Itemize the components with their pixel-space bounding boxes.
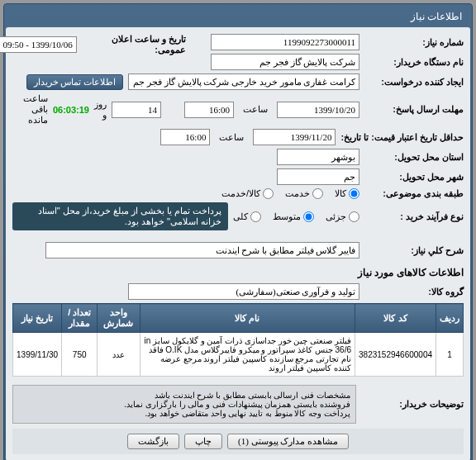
day-remain-input bbox=[112, 102, 161, 118]
cell-qty: 750 bbox=[62, 333, 98, 377]
attachments-button[interactable]: مشاهده مدارک پیوستی (1) bbox=[227, 434, 349, 449]
radio-goods-input[interactable] bbox=[349, 188, 359, 199]
radio-goods-service[interactable]: کالا/خدمت bbox=[221, 188, 274, 199]
print-button[interactable]: چاپ bbox=[184, 434, 222, 449]
th-row: ردیف bbox=[436, 304, 464, 333]
process-note: پرداخت تمام یا بخشی از مبلغ خرید،از محل … bbox=[12, 202, 228, 230]
label-process-type: نوع فرآیند خرید : bbox=[364, 211, 464, 222]
contact-button[interactable]: اطلاعات تماس خریدار bbox=[26, 74, 124, 90]
label-need-desc: شرح کلي نياز: bbox=[364, 245, 464, 256]
cell-code: 3823152946600004 bbox=[355, 333, 436, 377]
label-hour-1: ساعت bbox=[239, 104, 272, 115]
label-hour-2: ساعت bbox=[215, 132, 248, 143]
deadline-time-input[interactable] bbox=[184, 102, 234, 118]
label-buyer-remarks: توضیحات خریدار: bbox=[364, 399, 464, 410]
table-row[interactable]: 1 3823152946600004 فیلتر صنعتی چین خور ج… bbox=[13, 333, 464, 377]
item-group-input[interactable] bbox=[128, 283, 359, 300]
countdown-timer: 06:03:19 bbox=[53, 105, 89, 115]
need-number-input[interactable] bbox=[211, 34, 359, 50]
radio-low-input[interactable] bbox=[349, 211, 359, 222]
panel-title: اطلاعات نیاز bbox=[6, 6, 470, 27]
radio-low[interactable]: جزئی bbox=[326, 211, 359, 222]
items-section-title: اطلاعات کالاهای مورد نیاز bbox=[12, 267, 464, 278]
credit-time-input[interactable] bbox=[160, 129, 210, 145]
label-hour-remain: ساعت باقی مانده bbox=[12, 93, 48, 126]
label-classification: طبقه بندی موضوعی: bbox=[364, 188, 464, 199]
radio-high-input[interactable] bbox=[250, 211, 261, 222]
label-delivery-city: شهر محل تحویل: bbox=[364, 172, 464, 183]
th-code: کد کالا bbox=[355, 304, 436, 333]
exit-button[interactable]: بازگشت bbox=[127, 434, 179, 449]
buyer-org-input[interactable] bbox=[211, 54, 359, 70]
label-credit-deadline: حداقل تاریخ اعتبار قیمت: تا تاریخ: bbox=[340, 132, 464, 143]
delivery-city-input[interactable] bbox=[277, 168, 359, 185]
need-desc-input[interactable] bbox=[45, 242, 359, 258]
creator-input[interactable] bbox=[128, 74, 359, 90]
remarks-box: مشخصات فنی ارسالی بابستی مطابق با شرح ای… bbox=[12, 385, 356, 424]
radio-high[interactable]: کلی bbox=[233, 211, 261, 222]
th-date: تاریخ نیاز bbox=[13, 304, 62, 333]
radio-mid[interactable]: متوسط bbox=[273, 211, 314, 222]
radio-service-input[interactable] bbox=[312, 188, 323, 199]
announce-datetime-input[interactable] bbox=[0, 36, 77, 53]
label-deadline: مهلت ارسال پاسخ: bbox=[364, 104, 464, 115]
credit-date-input[interactable] bbox=[253, 129, 336, 145]
label-announce-datetime: تاریخ و ساعت اعلان عمومی: bbox=[82, 34, 186, 55]
cell-idx: 1 bbox=[436, 333, 464, 377]
cell-name: فیلتر صنعتی چین خور جداسازی ذرات آمین و … bbox=[140, 333, 355, 377]
label-need-number: شماره نیاز: bbox=[364, 37, 464, 48]
radio-service[interactable]: خدمت bbox=[285, 188, 323, 199]
label-item-group: گروه کالا: bbox=[364, 287, 464, 297]
label-creator: ایجاد کننده درخواست: bbox=[364, 77, 464, 88]
th-qty: تعداد / مقدار bbox=[62, 304, 98, 333]
cell-unit: عدد bbox=[98, 333, 140, 377]
label-delivery-state: استان محل تحویل: bbox=[364, 152, 464, 163]
deadline-date-input[interactable] bbox=[277, 102, 359, 118]
th-name: نام کالا bbox=[140, 304, 355, 333]
cell-date: 1399/11/30 bbox=[13, 333, 62, 377]
panel-body: شماره نیاز: نام دستگاه خریدار: تاریخ و س… bbox=[6, 27, 470, 460]
radio-goods-service-input[interactable] bbox=[263, 188, 274, 199]
radio-goods[interactable]: کالا bbox=[335, 188, 359, 199]
th-unit: واحد شمارش bbox=[98, 304, 140, 333]
radio-mid-input[interactable] bbox=[303, 211, 314, 222]
items-table: ردیف کد کالا نام کالا واحد شمارش تعداد /… bbox=[12, 303, 464, 377]
label-day-remain: روز و bbox=[94, 99, 107, 121]
label-buyer-org: نام دستگاه خریدار: bbox=[364, 57, 464, 68]
delivery-state-input[interactable] bbox=[277, 149, 359, 165]
